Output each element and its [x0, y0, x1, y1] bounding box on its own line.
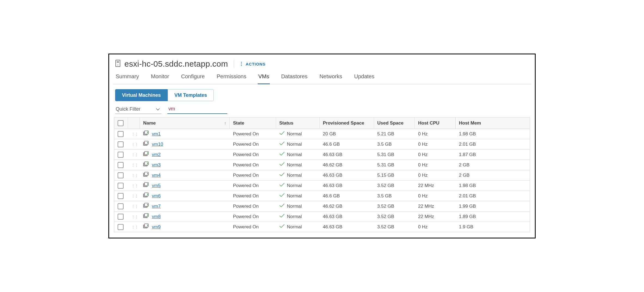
row-drag-handle[interactable]: ⋮⋮ [128, 160, 140, 170]
cell-provisioned: 20 GB [320, 129, 374, 139]
row-select[interactable] [114, 201, 128, 211]
col-cpu[interactable]: Host CPU [415, 117, 456, 129]
vm-link[interactable]: vm9 [152, 224, 161, 230]
row-select[interactable] [114, 212, 128, 222]
col-name-label: Name [143, 120, 156, 126]
cell-cpu: 0 Hz [415, 160, 456, 170]
row-drag-handle[interactable]: ⋮⋮ [128, 181, 140, 191]
row-select[interactable] [114, 191, 128, 201]
table-row[interactable]: ⋮⋮vm1Powered OnNormal20 GB5.21 GB0 Hz1.9… [114, 129, 530, 139]
cell-used: 3.5 GB [374, 191, 415, 201]
col-provisioned[interactable]: Provisioned Space [320, 117, 374, 129]
row-checkbox[interactable] [118, 193, 124, 199]
select-all-checkbox[interactable] [118, 120, 124, 126]
table-row[interactable]: ⋮⋮vm6Powered OnNormal46.6 GB3.5 GB0 Hz2.… [114, 191, 530, 201]
row-select[interactable] [114, 170, 128, 180]
col-name[interactable]: Name ↑ [140, 117, 230, 129]
row-checkbox[interactable] [118, 141, 124, 147]
table-row[interactable]: ⋮⋮vm7Powered OnNormal46.62 GB3.52 GB22 M… [114, 201, 530, 212]
table-row[interactable]: ⋮⋮vm2Powered OnNormal46.63 GB5.31 GB0 Hz… [114, 150, 530, 160]
tab-vms[interactable]: VMs [258, 73, 270, 84]
table-row[interactable]: ⋮⋮vm8Powered OnNormal46.63 GB3.52 GB22 M… [114, 212, 530, 222]
cell-cpu: 0 Hz [415, 129, 456, 139]
row-drag-handle[interactable]: ⋮⋮ [128, 129, 140, 139]
vm-link[interactable]: vm8 [152, 214, 161, 219]
cell-state: Powered On [230, 212, 276, 222]
host-icon [115, 60, 121, 68]
cell-provisioned: 46.62 GB [320, 201, 374, 211]
tab-datastores[interactable]: Datastores [281, 73, 308, 84]
status-ok-icon [279, 193, 285, 199]
vm-link[interactable]: vm7 [152, 204, 161, 209]
vm-link[interactable]: vm6 [152, 193, 161, 199]
cell-used: 3.5 GB [374, 139, 415, 149]
tab-networks[interactable]: Networks [319, 73, 343, 84]
tab-permissions[interactable]: Permissions [216, 73, 247, 84]
cell-mem: 2 GB [456, 160, 505, 170]
table-row[interactable]: ⋮⋮vm3Powered OnNormal46.62 GB5.31 GB0 Hz… [114, 160, 530, 170]
quick-filter-dropdown[interactable]: Quick Filter [115, 106, 161, 114]
col-state[interactable]: State [230, 117, 276, 129]
row-drag-handle[interactable]: ⋮⋮ [128, 212, 140, 222]
tab-monitor[interactable]: Monitor [151, 73, 170, 84]
vm-link[interactable]: vm10 [152, 142, 163, 147]
row-drag-handle[interactable]: ⋮⋮ [128, 191, 140, 201]
row-select[interactable] [114, 222, 128, 232]
table-row[interactable]: ⋮⋮vm5Powered OnNormal46.63 GB3.52 GB22 M… [114, 181, 530, 191]
row-checkbox[interactable] [118, 203, 124, 209]
actions-menu[interactable]: ACTIONS [240, 61, 265, 66]
cell-mem: 1.98 GB [456, 129, 505, 139]
col-status[interactable]: Status [276, 117, 320, 129]
cell-name: vm2 [140, 150, 230, 160]
row-select[interactable] [114, 160, 128, 170]
title-separator [234, 60, 234, 68]
row-checkbox[interactable] [118, 172, 124, 178]
table-row[interactable]: ⋮⋮vm9Powered OnNormal46.63 GB3.52 GB0 Hz… [114, 222, 530, 232]
subtab-vm-templates[interactable]: VM Templates [168, 89, 214, 101]
tab-updates[interactable]: Updates [354, 73, 375, 84]
tab-summary[interactable]: Summary [115, 73, 140, 84]
cell-status: Normal [276, 150, 320, 160]
drag-icon: ⋮⋮ [131, 215, 138, 219]
status-ok-icon [279, 172, 285, 178]
col-select-all[interactable] [114, 117, 128, 129]
cell-state: Powered On [230, 170, 276, 180]
row-drag-handle[interactable]: ⋮⋮ [128, 222, 140, 232]
vm-link[interactable]: vm4 [152, 173, 161, 178]
vm-link[interactable]: vm3 [152, 162, 161, 168]
cell-cpu: 0 Hz [415, 139, 456, 149]
row-select[interactable] [114, 150, 128, 160]
vm-link[interactable]: vm1 [152, 131, 161, 137]
cell-state: Powered On [230, 160, 276, 170]
vm-link[interactable]: vm2 [152, 152, 161, 157]
cell-provisioned: 46.63 GB [320, 212, 374, 222]
row-checkbox[interactable] [118, 131, 124, 137]
search-input[interactable] [167, 106, 227, 114]
tab-configure[interactable]: Configure [180, 73, 205, 84]
row-select[interactable] [114, 129, 128, 139]
row-drag-handle[interactable]: ⋮⋮ [128, 201, 140, 211]
col-used[interactable]: Used Space [374, 117, 415, 129]
drag-icon: ⋮⋮ [131, 225, 138, 229]
row-select[interactable] [114, 139, 128, 149]
row-checkbox[interactable] [118, 162, 124, 168]
row-drag-handle[interactable]: ⋮⋮ [128, 150, 140, 160]
row-checkbox[interactable] [118, 224, 124, 230]
cell-cpu: 22 MHz [415, 212, 456, 222]
vm-icon [143, 203, 149, 210]
table-header: Name ↑ State Status Provisioned Space Us… [114, 117, 530, 129]
cell-status: Normal [276, 160, 320, 170]
cell-mem: 2 GB [456, 170, 505, 180]
row-drag-handle[interactable]: ⋮⋮ [128, 139, 140, 149]
table-row[interactable]: ⋮⋮vm10Powered OnNormal46.6 GB3.5 GB0 Hz2… [114, 139, 530, 150]
row-drag-handle[interactable]: ⋮⋮ [128, 170, 140, 180]
subtab-virtual-machines[interactable]: Virtual Machines [115, 89, 168, 101]
row-checkbox[interactable] [118, 214, 124, 220]
col-mem[interactable]: Host Mem [456, 117, 505, 129]
row-checkbox[interactable] [118, 183, 124, 189]
cell-state: Powered On [230, 150, 276, 160]
table-row[interactable]: ⋮⋮vm4Powered OnNormal46.63 GB5.15 GB0 Hz… [114, 170, 530, 181]
vm-link[interactable]: vm5 [152, 183, 161, 188]
row-select[interactable] [114, 181, 128, 191]
row-checkbox[interactable] [118, 152, 124, 158]
